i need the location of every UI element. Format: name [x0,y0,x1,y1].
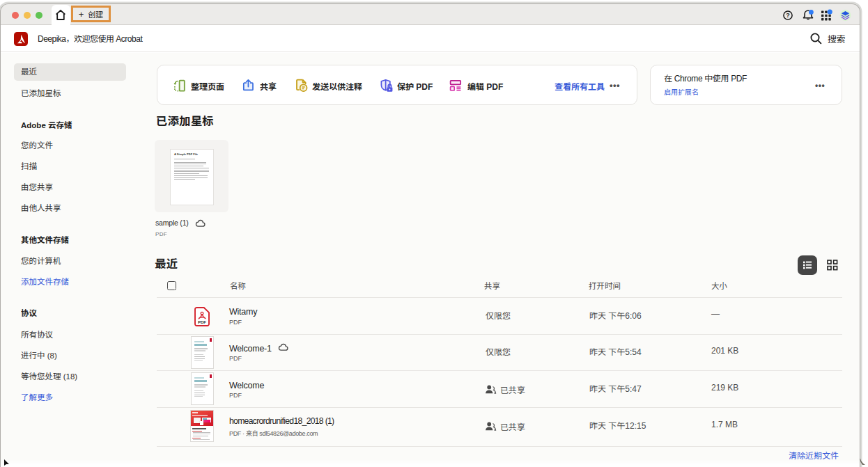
svg-text:?: ? [786,12,790,19]
svg-text:PDF: PDF [198,320,206,324]
